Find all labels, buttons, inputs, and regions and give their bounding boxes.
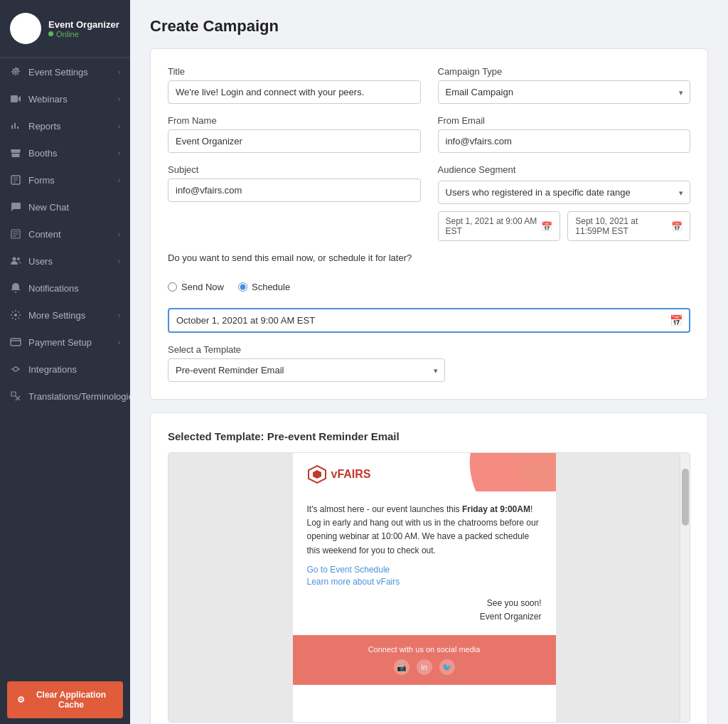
chevron-right-icon: › bbox=[118, 122, 120, 130]
sidebar-item-label: Forms bbox=[28, 175, 55, 186]
scrollbar-track bbox=[680, 453, 690, 722]
svg-rect-5 bbox=[11, 339, 21, 346]
template-preview-card: Selected Template: Pre-event Reminder Em… bbox=[150, 412, 708, 724]
schedule-date-input[interactable] bbox=[168, 308, 690, 333]
subject-input[interactable] bbox=[168, 179, 421, 202]
email-footer: Connect with us on social media 📷 in 🐦 bbox=[293, 635, 556, 685]
sidebar-item-forms[interactable]: Forms › bbox=[0, 166, 130, 193]
learn-more-link[interactable]: Learn more about vFairs bbox=[307, 577, 542, 587]
schedule-radio-group: Send Now Schedule bbox=[168, 282, 690, 292]
sidebar-item-new-chat[interactable]: New Chat bbox=[0, 193, 130, 220]
email-logo: vFAIRS bbox=[307, 464, 371, 484]
sidebar-item-more-settings[interactable]: More Settings › bbox=[0, 302, 130, 329]
chevron-right-icon: › bbox=[118, 68, 120, 76]
email-preview-wrapper: vFAIRS It's almost here - our event laun… bbox=[168, 452, 690, 723]
sidebar-item-label: Payment Setup bbox=[28, 337, 92, 348]
store-icon bbox=[10, 147, 21, 159]
calendar-icon[interactable]: 📅 bbox=[671, 221, 682, 232]
schedule-radio[interactable] bbox=[238, 282, 247, 292]
status-dot bbox=[48, 31, 53, 36]
schedule-option[interactable]: Schedule bbox=[238, 282, 290, 292]
schedule-label: Schedule bbox=[252, 282, 290, 292]
page-title: Create Campaign bbox=[150, 17, 708, 36]
vfairs-logo-icon bbox=[307, 464, 327, 484]
payment-icon bbox=[10, 336, 21, 348]
audience-end-date[interactable]: Sept 10, 2021 at 11:59PM EST 📅 bbox=[567, 211, 690, 241]
sidebar-item-content[interactable]: Content › bbox=[0, 220, 130, 247]
svg-rect-0 bbox=[11, 95, 18, 102]
audience-segment-select[interactable]: Users who registered in a specific date … bbox=[438, 181, 691, 204]
schedule-date-wrapper: 📅 bbox=[168, 308, 690, 333]
sidebar-item-translations[interactable]: Translations/Terminologies bbox=[0, 383, 130, 410]
twitter-icon: 🐦 bbox=[439, 659, 455, 675]
chevron-right-icon: › bbox=[118, 312, 120, 319]
send-now-radio[interactable] bbox=[168, 282, 177, 292]
sidebar-item-webinars[interactable]: Webinars › bbox=[0, 85, 130, 112]
sidebar-nav: Event Settings › Webinars › Reports › Bo… bbox=[0, 58, 130, 676]
svg-point-2 bbox=[13, 257, 16, 261]
title-label: Title bbox=[168, 66, 421, 77]
audience-segment-label: Audience Segment bbox=[438, 164, 691, 175]
sidebar-item-label: Event Settings bbox=[28, 67, 88, 78]
translate-icon bbox=[10, 390, 21, 402]
user-name: Event Organizer bbox=[48, 19, 119, 30]
chevron-right-icon: › bbox=[118, 95, 120, 103]
calendar-icon[interactable]: 📅 bbox=[541, 221, 552, 232]
integration-icon bbox=[10, 363, 21, 375]
campaign-type-select[interactable]: Email Campaign bbox=[438, 80, 691, 104]
sidebar-item-integrations[interactable]: Integrations bbox=[0, 356, 130, 383]
sidebar-item-event-settings[interactable]: Event Settings › bbox=[0, 58, 130, 85]
sidebar-item-label: Users bbox=[28, 256, 53, 267]
email-preview-scroll[interactable]: vFAIRS It's almost here - our event laun… bbox=[168, 453, 680, 722]
audience-start-date[interactable]: Sept 1, 2021 at 9:00 AM EST 📅 bbox=[438, 211, 561, 241]
sidebar-item-booths[interactable]: Booths › bbox=[0, 139, 130, 166]
avatar bbox=[10, 13, 41, 44]
users-icon bbox=[10, 255, 21, 267]
bell-icon bbox=[10, 282, 21, 294]
schedule-question: Do you want to send this email now, or s… bbox=[168, 252, 690, 263]
sidebar-item-label: Booths bbox=[28, 148, 57, 159]
from-email-label: From Email bbox=[438, 115, 691, 126]
from-name-input[interactable] bbox=[168, 129, 421, 153]
content-icon bbox=[10, 228, 21, 240]
subject-group: Subject bbox=[168, 164, 421, 241]
chevron-right-icon: › bbox=[118, 176, 120, 184]
email-content-area: It's almost here - our event launches th… bbox=[293, 491, 556, 635]
chat-icon bbox=[10, 201, 21, 213]
event-schedule-link[interactable]: Go to Event Schedule bbox=[307, 565, 542, 575]
instagram-icon: 📷 bbox=[394, 659, 410, 675]
sidebar-item-notifications[interactable]: Notifications bbox=[0, 275, 130, 302]
chevron-right-icon: › bbox=[118, 339, 120, 346]
sidebar-header: Event Organizer Online bbox=[0, 0, 130, 58]
send-now-option[interactable]: Send Now bbox=[168, 282, 224, 292]
template-select-group: Select a Template Pre-event Reminder Ema… bbox=[168, 344, 690, 382]
sidebar-item-label: Content bbox=[28, 229, 61, 240]
sidebar-item-label: New Chat bbox=[28, 202, 69, 213]
sidebar: Event Organizer Online Event Settings › … bbox=[0, 0, 130, 724]
form-icon bbox=[10, 174, 21, 186]
linkedin-icon: in bbox=[417, 659, 432, 675]
sidebar-item-reports[interactable]: Reports › bbox=[0, 112, 130, 139]
email-body: vFAIRS It's almost here - our event laun… bbox=[293, 453, 556, 722]
sidebar-item-label: Notifications bbox=[28, 283, 79, 294]
video-icon bbox=[10, 93, 21, 105]
scrollbar-thumb[interactable] bbox=[682, 469, 689, 526]
sidebar-item-label: Integrations bbox=[28, 364, 77, 375]
from-name-group: From Name bbox=[168, 115, 421, 153]
sidebar-item-payment-setup[interactable]: Payment Setup › bbox=[0, 329, 130, 356]
campaign-type-group: Campaign Type Email Campaign ▾ bbox=[438, 66, 691, 104]
banner-blob bbox=[449, 453, 556, 491]
email-sign-off: See you soon! Event Organizer bbox=[307, 597, 542, 624]
from-email-input[interactable] bbox=[438, 129, 691, 153]
clear-cache-button[interactable]: ⚙ Clear Application Cache bbox=[7, 681, 123, 718]
sidebar-item-label: Reports bbox=[28, 121, 61, 132]
end-date-text: Sept 10, 2021 at 11:59PM EST bbox=[575, 216, 667, 236]
sidebar-item-users[interactable]: Users › bbox=[0, 247, 130, 275]
template-select[interactable]: Pre-event Reminder Email bbox=[168, 358, 445, 382]
sidebar-item-label: More Settings bbox=[28, 310, 85, 321]
title-input[interactable] bbox=[168, 80, 421, 104]
email-header: vFAIRS bbox=[293, 453, 556, 491]
cache-icon: ⚙ bbox=[17, 695, 25, 705]
svg-point-4 bbox=[14, 314, 17, 316]
settings-icon bbox=[10, 309, 21, 321]
